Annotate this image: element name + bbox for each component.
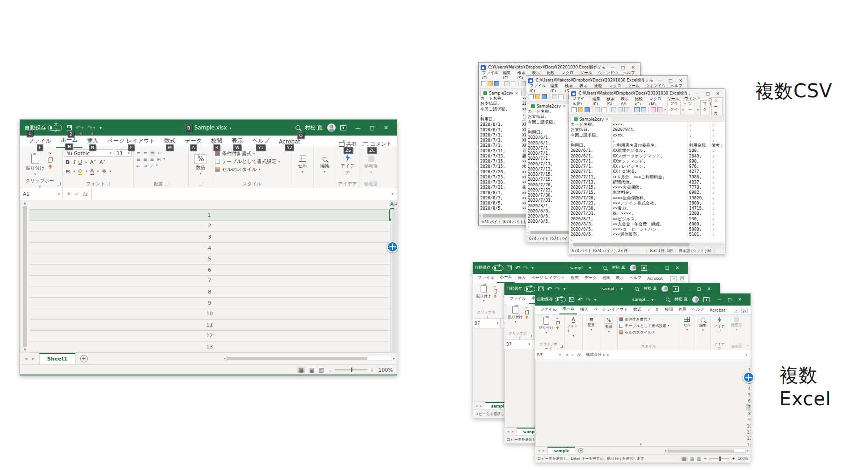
csv-cell[interactable]: 2020/6/1,: [528, 141, 569, 146]
csv-cell[interactable]: カード名称,: [480, 96, 521, 101]
csv-cell[interactable]: XXスポーツオンデマンド,: [612, 154, 688, 159]
autosave-toggle[interactable]: 自動保存 オフ 1: [25, 124, 62, 131]
row-header-8[interactable]: 8: [746, 411, 751, 417]
csv-cell[interactable]: ××入会金・年会費 継続,: [612, 222, 688, 227]
zoom-slider[interactable]: −+: [704, 456, 735, 461]
insert-function-icon[interactable]: fx: [83, 191, 87, 197]
tab-4[interactable]: 数式: [630, 306, 644, 314]
csv-cell[interactable]: ,: [688, 133, 710, 138]
csv-cell[interactable]: 550,: [688, 217, 710, 222]
dialog-launcher-icon[interactable]: [165, 182, 168, 185]
find-icon[interactable]: [651, 107, 656, 112]
csv-cell[interactable]: 2020/7/20,: [528, 183, 569, 188]
sheet-prev-icon[interactable]: ◂: [475, 403, 477, 408]
ideas-button[interactable]: アイデア: [712, 316, 726, 335]
zoom-out-icon[interactable]: −: [328, 367, 332, 373]
tab-0[interactable]: ファイル: [507, 295, 529, 304]
zoom-level[interactable]: 100%: [738, 456, 748, 461]
insert-function-icon[interactable]: fx: [577, 353, 580, 357]
align-middle-icon[interactable]: ≡: [143, 150, 147, 156]
csv-cell[interactable]: ,: [612, 138, 688, 143]
tab-6[interactable]: 校閲: [599, 274, 613, 283]
scroll-down-icon[interactable]: ▼: [640, 443, 642, 446]
close-button[interactable]: ✕: [672, 266, 682, 270]
csv-cell[interactable]: xxxx,: [612, 133, 688, 138]
csv-cell[interactable]: 13820,: [688, 196, 710, 201]
csv-cell[interactable]: 7770,: [688, 185, 710, 190]
column-header-B[interactable]: B: [394, 200, 397, 209]
new-file-icon[interactable]: [529, 94, 534, 99]
editing-button[interactable]: 編集▾: [318, 150, 331, 180]
csv-cell[interactable]: 2020/7/1,: [528, 156, 569, 161]
tab-7[interactable]: 表示: [613, 274, 627, 283]
row-header-9[interactable]: 9: [29, 298, 390, 309]
document-tab[interactable]: Sample2csv ✕: [480, 90, 522, 96]
tab-n[interactable]: 挿入N: [83, 135, 103, 148]
tab-0[interactable]: ファイル: [537, 306, 559, 314]
redo-icon[interactable]: ↷: [555, 286, 560, 293]
close-button[interactable]: ✕: [379, 125, 393, 131]
maximize-button[interactable]: □: [365, 125, 379, 131]
csv-cell[interactable]: カード名称,: [571, 122, 612, 127]
cut-icon[interactable]: ✂: [48, 151, 52, 156]
scroll-left-icon[interactable]: ‹: [570, 243, 572, 247]
cells-button[interactable]: セル▾: [296, 150, 309, 180]
align-right-icon[interactable]: ≡: [150, 157, 154, 162]
sheet-prev-icon[interactable]: ◂: [538, 448, 540, 453]
csv-cell[interactable]: 4037,: [688, 180, 710, 185]
share-button[interactable]: 共有ZS: [339, 141, 357, 148]
csv-cell[interactable]: 2020/7/31,: [571, 211, 612, 216]
csv-cell[interactable]: ↓: [710, 175, 725, 180]
scroll-right-icon[interactable]: ▸: [393, 356, 395, 361]
csv-cell[interactable]: 2020/8/5,: [480, 201, 521, 206]
open-file-icon[interactable]: [535, 94, 540, 99]
normal-view-icon[interactable]: ▦: [297, 367, 305, 373]
open-file-icon[interactable]: [488, 81, 493, 86]
row-header-7[interactable]: 7: [746, 404, 751, 410]
csv-cell[interactable]: お支払日,: [480, 101, 521, 106]
maximize-button[interactable]: □: [694, 286, 704, 291]
page-layout-view-icon[interactable]: ▤: [309, 367, 314, 373]
save-icon[interactable]: [569, 297, 574, 302]
phonetic-icon[interactable]: 亜: [102, 169, 106, 175]
csv-cell[interactable]: ,: [480, 112, 521, 117]
share-icon[interactable]: ↗: [670, 276, 677, 281]
tab-8[interactable]: ヘルプ: [689, 306, 707, 314]
save-icon[interactable]: [507, 266, 512, 270]
overflow-chevron-icon[interactable]: »: [696, 108, 699, 112]
undo-icon[interactable]: ↶: [515, 265, 520, 272]
minimize-button[interactable]: —: [607, 65, 618, 70]
csv-cell[interactable]: ↓: [710, 169, 725, 174]
overflow-chevron-icon[interactable]: »: [682, 108, 684, 112]
csv-cell[interactable]: 2020/7/13,: [480, 154, 521, 159]
add-sheet-button[interactable]: +: [578, 448, 583, 453]
close-button[interactable]: ✕: [704, 286, 714, 291]
cell[interactable]: [396, 276, 397, 287]
csv-cell[interactable]: 2020/7/30,: [528, 193, 569, 198]
tab-1[interactable]: ホーム: [559, 305, 577, 314]
csv-cell[interactable]: ↓: [710, 217, 725, 222]
zoom-thumb[interactable]: [351, 368, 352, 372]
csv-cell[interactable]: 2020/7/15,: [480, 164, 521, 169]
row-header-11[interactable]: 11: [746, 429, 751, 436]
qat-customize-button[interactable]: ▾: [99, 126, 102, 130]
csv-cell[interactable]: 2020/6/1,: [571, 154, 612, 159]
name-box[interactable]: A1▾: [20, 188, 63, 200]
cell[interactable]: [396, 265, 397, 276]
csv-cell[interactable]: 2020/7/15,: [571, 190, 612, 195]
csv-cell[interactable]: 2020/7/1,: [480, 143, 521, 148]
csv-cell[interactable]: ご利用店名及び商品名,: [612, 143, 688, 148]
cell-styles-button[interactable]: セルのスタイル▾: [619, 330, 654, 335]
csv-cell[interactable]: 2800,: [688, 201, 710, 206]
sheet-prev-icon[interactable]: ◂: [507, 429, 509, 434]
number-format-button[interactable]: %数値▾: [604, 316, 614, 334]
print-preview-icon[interactable]: [601, 107, 606, 112]
format-painter-icon[interactable]: [556, 326, 559, 329]
search-icon[interactable]: [603, 266, 607, 270]
dialog-launcher-icon[interactable]: [560, 346, 562, 348]
cell[interactable]: [396, 298, 397, 309]
row-header-9[interactable]: 9: [746, 417, 751, 423]
csv-cell[interactable]: ,: [688, 138, 710, 143]
csv-cell[interactable]: 5181,: [688, 232, 710, 237]
cancel-icon[interactable]: ✕: [67, 191, 71, 197]
